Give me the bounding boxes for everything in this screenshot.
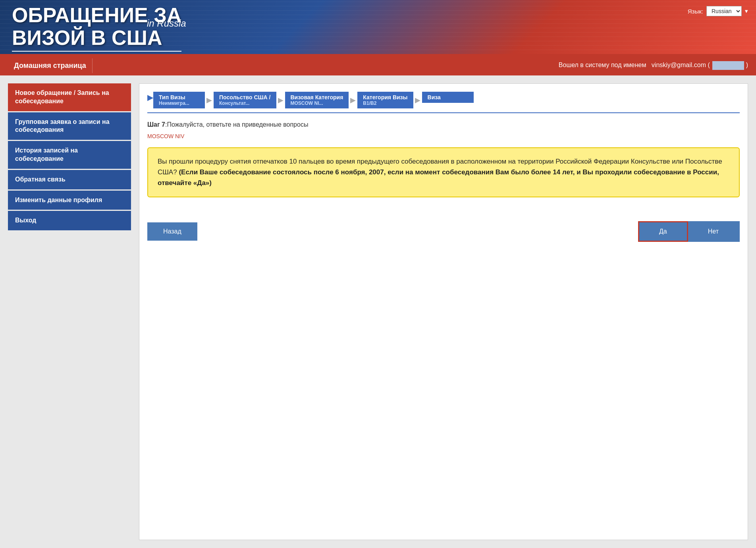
step4-title: Категория Визы xyxy=(363,94,407,100)
arrow1-icon: ▶ xyxy=(206,96,212,104)
language-selector-area: Язык: Russian ▾ xyxy=(688,6,748,16)
arrow3-icon: ▶ xyxy=(350,96,356,104)
yes-button[interactable]: Да xyxy=(638,221,688,242)
step-instruction-text: Пожалуйста, ответьте на приведенные вопр… xyxy=(167,121,308,128)
language-label: Язык: xyxy=(688,8,703,15)
step2-title: Посольство США / xyxy=(219,94,271,100)
content-area: ▶ Тип Визы Неиммигра... ▶ Посольство США… xyxy=(139,83,748,540)
nav-home-link[interactable]: Домашняя страница xyxy=(8,58,93,73)
step1-title: Тип Визы xyxy=(159,94,189,100)
sidebar: Новое обращение / Запись на собеседовани… xyxy=(8,83,131,540)
step-location: MOSCOW NIV xyxy=(147,133,740,139)
back-button[interactable]: Назад xyxy=(147,222,197,241)
step4-subtitle: B1/B2 xyxy=(363,100,407,106)
step3-title: Визовая Категория xyxy=(291,94,343,100)
step-instruction: Шаг 7:Пожалуйста, ответьте на приведенны… xyxy=(147,121,740,128)
sidebar-item-edit-profile[interactable]: Изменить данные профиля xyxy=(8,191,131,210)
sidebar-item-feedback[interactable]: Обратная связь xyxy=(8,170,131,189)
header-subtitle: in Russia xyxy=(147,18,186,29)
page-header: ОБРАЩЕНИЕ ЗА ВИЗОЙ В США in Russia Язык:… xyxy=(0,0,756,56)
step4: Категория Визы B1/B2 xyxy=(357,92,413,108)
step3-subtitle: MOSCOW NI... xyxy=(291,100,343,106)
nav-user-id-box xyxy=(712,61,744,70)
yes-no-group: Да Нет xyxy=(638,221,740,242)
main-container: Новое обращение / Запись на собеседовани… xyxy=(0,75,756,548)
bottom-buttons: Назад Да Нет xyxy=(147,213,740,242)
nav-user-info: Вошел в систему под именем vinskiy@gmail… xyxy=(559,61,748,70)
progress-steps: ▶ Тип Визы Неиммигра... ▶ Посольство США… xyxy=(147,92,740,113)
sidebar-item-new-application[interactable]: Новое обращение / Запись на собеседовани… xyxy=(8,83,131,111)
step1-arrow-icon: ▶ xyxy=(147,93,153,101)
sidebar-item-logout[interactable]: Выход xyxy=(8,211,131,230)
step1: Тип Визы Неиммигра... xyxy=(153,92,205,108)
step1-subtitle: Неиммигра... xyxy=(159,100,189,106)
sidebar-item-group-application[interactable]: Групповая заявка о записи на собеседован… xyxy=(8,112,131,140)
arrow4-icon: ▶ xyxy=(415,96,420,104)
info-text-bold: (Если Ваше собеседование состоялось посл… xyxy=(158,168,719,187)
arrow2-icon: ▶ xyxy=(278,96,284,104)
nav-user-prefix: Вошел в систему под именем xyxy=(559,62,646,68)
chevron-down-icon: ▾ xyxy=(745,8,748,15)
step3: Визовая Категория MOSCOW NI... xyxy=(285,92,349,108)
step-number: Шаг 7 xyxy=(147,121,165,128)
info-box: Вы прошли процедуру снятия отпечатков 10… xyxy=(147,147,740,197)
step5: Виза xyxy=(422,92,474,103)
language-select[interactable]: Russian xyxy=(706,6,742,16)
nav-user-paren-close: ) xyxy=(746,62,748,68)
no-button[interactable]: Нет xyxy=(688,221,740,242)
sidebar-item-history[interactable]: История записей на собеседование xyxy=(8,141,131,169)
nav-user-email: vinskiy@gmail.com ( xyxy=(652,62,710,68)
step2-subtitle: Консультат... xyxy=(219,100,271,106)
step5-title: Виза xyxy=(428,94,441,100)
step2: Посольство США / Консультат... xyxy=(214,92,276,108)
nav-bar: Домашняя страница Вошел в систему под им… xyxy=(0,56,756,75)
